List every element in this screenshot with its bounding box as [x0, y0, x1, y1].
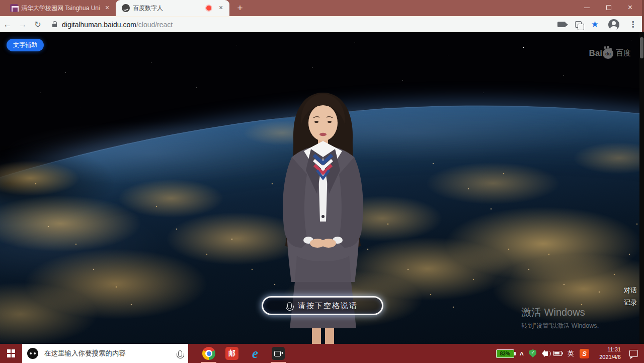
browser-menu-icon[interactable]: ⋮ — [629, 20, 637, 29]
page-viewport: 文字辅助 Bai du 百度 请按下空格说话 对话 记录 激活 Windows … — [0, 32, 644, 344]
tab-tsinghua[interactable]: 清华大学校园网 Tsinghua Univ × — [4, 0, 116, 16]
restore-icon — [606, 5, 611, 10]
address-bar[interactable]: digitalhuman.baidu.com/cloud/react — [62, 21, 173, 29]
language-indicator[interactable]: 英 — [568, 349, 574, 358]
record-label: 记录 — [622, 297, 639, 309]
battery-icon[interactable] — [553, 351, 562, 356]
tsinghua-favicon — [10, 4, 18, 12]
system-tray: 83% ^ 英 S 11:31 2021/4/6 — [496, 346, 644, 361]
baidu-logo-cn: 百度 — [616, 48, 631, 58]
new-tab-button[interactable]: + — [232, 1, 248, 16]
back-button[interactable]: ← — [0, 20, 15, 30]
taskbar-clock[interactable]: 11:31 2021/4/6 — [595, 346, 621, 361]
tab-title: 百度数字人 — [133, 4, 203, 13]
search-placeholder: 在这里输入你要搜索的内容 — [44, 349, 126, 358]
volume-icon[interactable] — [545, 351, 548, 356]
video-camera-icon[interactable] — [557, 22, 566, 27]
tab-close-icon[interactable]: × — [103, 4, 112, 13]
page-scrollbar[interactable] — [639, 32, 644, 344]
mail-taskbar-button[interactable]: 邮 — [220, 344, 244, 363]
browser-titlebar: 清华大学校园网 Tsinghua Univ × 百度数字人 × + × — [0, 0, 644, 16]
forward-button[interactable]: → — [15, 20, 30, 30]
minimize-button[interactable] — [576, 0, 598, 15]
camera-taskbar-button[interactable] — [267, 344, 290, 363]
url-path: /cloud/react — [136, 21, 173, 29]
action-center-icon[interactable] — [629, 350, 638, 357]
minimize-icon — [584, 8, 590, 8]
defender-shield-icon[interactable] — [529, 349, 536, 357]
internet-explorer-icon: e — [252, 347, 258, 360]
microphone-icon — [287, 302, 292, 309]
profile-avatar[interactable] — [608, 19, 619, 30]
bookmark-star-icon[interactable]: ★ — [591, 20, 599, 29]
window-controls: × — [576, 0, 641, 15]
activate-windows-watermark: 激活 Windows 转到"设置"以激活 Windows。 — [521, 306, 603, 330]
sogou-ime-icon[interactable]: S — [580, 349, 589, 358]
chrome-icon — [202, 347, 215, 360]
close-button[interactable]: × — [619, 0, 641, 15]
ie-taskbar-button[interactable]: e — [244, 344, 267, 363]
windows-logo-icon — [7, 349, 15, 357]
text-assist-button[interactable]: 文字辅助 — [7, 39, 44, 51]
browser-toolbar: ← → ↻ digitalhuman.baidu.com/cloud/react… — [0, 16, 644, 32]
lock-icon — [52, 24, 57, 27]
baidu-logo: Bai du 百度 — [589, 47, 631, 59]
voice-hint-text: 请按下空格说话 — [298, 301, 358, 311]
toolbar-actions: ★ ⋮ — [557, 19, 644, 30]
camera-app-icon — [272, 347, 285, 360]
taskbar-search-box[interactable]: 在这里输入你要搜索的内容 — [22, 344, 188, 363]
search-mic-icon[interactable] — [178, 350, 182, 357]
chrome-taskbar-button[interactable] — [197, 344, 220, 363]
dialog-record-tab[interactable]: 对话 记录 — [622, 284, 639, 309]
start-button[interactable] — [0, 344, 22, 363]
url-domain: digitalhuman.baidu.com — [62, 21, 136, 29]
tab-close-icon[interactable]: × — [216, 4, 225, 13]
battery-indicator[interactable]: 83% — [496, 349, 514, 358]
tray-overflow-chevron-icon[interactable]: ^ — [520, 351, 524, 358]
dialog-label: 对话 — [622, 284, 639, 297]
tab-baidu-digital-human[interactable]: 百度数字人 × — [116, 0, 229, 16]
tab-title: 清华大学校园网 Tsinghua Univ — [21, 4, 100, 13]
screen: 清华大学校园网 Tsinghua Univ × 百度数字人 × + × ← → … — [0, 0, 644, 363]
mail-icon: 邮 — [225, 347, 238, 360]
scrollbar-thumb[interactable] — [640, 37, 643, 58]
time-text: 11:31 — [595, 346, 621, 353]
windows-taskbar: 在这里输入你要搜索的内容 邮 e 83% ^ 英 S — [0, 344, 644, 363]
cortana-icon — [27, 348, 38, 359]
window-edge — [642, 0, 644, 32]
recording-indicator-icon — [206, 6, 211, 11]
baidu-paw-icon: du — [603, 48, 613, 59]
globe-favicon — [122, 4, 130, 12]
date-text: 2021/4/6 — [595, 353, 621, 361]
city-light-dots — [0, 32, 1, 33]
refresh-button[interactable]: ↻ — [30, 20, 45, 29]
translate-icon[interactable] — [575, 21, 582, 28]
maximize-button[interactable] — [598, 0, 619, 15]
pinned-apps: 邮 e — [197, 344, 290, 363]
baidu-logo-text: Bai — [589, 48, 602, 58]
voice-input-bar[interactable]: 请按下空格说话 — [262, 296, 383, 315]
